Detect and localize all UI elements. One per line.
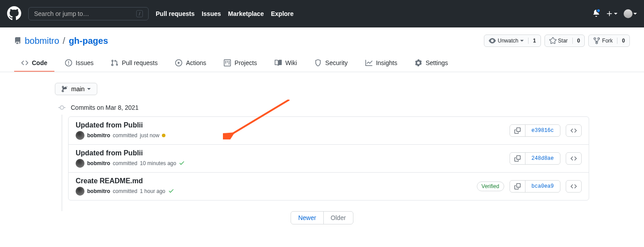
- nav-issues[interactable]: Issues: [202, 10, 221, 17]
- search-input[interactable]: [34, 10, 136, 17]
- shield-icon: [314, 59, 322, 66]
- user-avatar: [624, 9, 632, 18]
- timeline-line: [61, 115, 62, 211]
- commit-author[interactable]: bobmitro: [87, 188, 110, 194]
- tab-settings-label: Settings: [426, 59, 448, 66]
- nav-pulls[interactable]: Pull requests: [156, 10, 195, 17]
- commits-timeline: Commits on Mar 8, 2021 Updated from Publ…: [55, 104, 589, 201]
- commit-author[interactable]: bobmitro: [87, 160, 110, 166]
- tab-pulls-label: Pull requests: [122, 59, 157, 66]
- pull-request-icon: [111, 59, 118, 66]
- star-label: Star: [558, 38, 568, 44]
- slash-key-hint: /: [136, 10, 143, 17]
- pagination: Newer Older: [55, 211, 589, 224]
- gear-icon: [415, 59, 422, 66]
- tab-code-label: Code: [32, 59, 47, 66]
- create-new-dropdown[interactable]: [606, 10, 617, 17]
- star-button[interactable]: Star 0: [544, 35, 585, 47]
- fork-label: Fork: [602, 38, 613, 44]
- project-icon: [224, 59, 231, 66]
- commit-sha-link[interactable]: e39816c: [525, 125, 560, 136]
- status-success-icon[interactable]: [179, 160, 185, 167]
- branch-name: main: [71, 85, 84, 93]
- global-search[interactable]: /: [28, 7, 149, 20]
- watch-count[interactable]: 1: [528, 38, 540, 44]
- tab-actions-label: Actions: [186, 59, 206, 66]
- play-icon: [175, 59, 182, 66]
- user-menu[interactable]: [624, 9, 637, 18]
- book-icon: [275, 59, 282, 66]
- commit-title[interactable]: Updated from Publii: [76, 121, 165, 129]
- browse-tree-button[interactable]: [566, 152, 582, 165]
- watch-label: Unwatch: [498, 38, 518, 44]
- commit-time: 10 minutes ago: [140, 160, 176, 166]
- commit-sha-link[interactable]: bca0ea9: [525, 181, 560, 192]
- copy-sha-button[interactable]: [510, 153, 525, 164]
- verified-badge[interactable]: Verified: [477, 181, 504, 191]
- eye-icon: [489, 37, 496, 44]
- sha-group: 248d8ae: [510, 152, 560, 165]
- pager-older[interactable]: Older: [324, 212, 353, 224]
- sha-group: e39816c: [510, 124, 560, 137]
- browse-tree-button[interactable]: [566, 124, 582, 137]
- tab-insights[interactable]: Insights: [358, 55, 404, 72]
- watch-button[interactable]: Unwatch 1: [484, 35, 540, 47]
- repo-tabs: Code Issues Pull requests Actions Projec…: [14, 55, 630, 72]
- nav-marketplace[interactable]: Marketplace: [228, 10, 264, 17]
- author-avatar[interactable]: [76, 159, 84, 168]
- notifications-button[interactable]: [593, 10, 600, 18]
- author-avatar[interactable]: [76, 131, 84, 140]
- commit-title[interactable]: Create README.md: [76, 177, 174, 185]
- timeline-date-label: Commits on Mar 8, 2021: [71, 104, 138, 111]
- commit-sha-link[interactable]: 248d8ae: [525, 153, 560, 164]
- commit-row: Create README.mdbobmitrocommitted1 hour …: [69, 172, 589, 200]
- tab-projects[interactable]: Projects: [217, 55, 264, 72]
- tab-issues[interactable]: Issues: [58, 55, 100, 72]
- browse-tree-button[interactable]: [566, 180, 582, 193]
- commit-action: committed: [113, 188, 137, 194]
- copy-sha-button[interactable]: [510, 181, 525, 192]
- repo-icon: [14, 37, 21, 44]
- repo-owner-link[interactable]: bobmitro: [25, 36, 59, 46]
- fork-icon: [593, 37, 600, 44]
- status-success-icon[interactable]: [168, 188, 174, 195]
- sha-group: bca0ea9: [510, 180, 560, 193]
- branch-selector[interactable]: main: [55, 83, 97, 95]
- commit-row: Updated from Publiibobmitrocommittedjust…: [69, 117, 589, 144]
- fork-count[interactable]: 0: [617, 38, 629, 44]
- tab-security[interactable]: Security: [307, 55, 355, 72]
- author-avatar[interactable]: [76, 187, 84, 196]
- star-count[interactable]: 0: [572, 38, 585, 44]
- repo-header: bobmitro / gh-pages Unwatch 1 Star 0 For…: [0, 27, 644, 72]
- commit-list: Updated from Publiibobmitrocommittedjust…: [68, 116, 589, 201]
- tab-code[interactable]: Code: [14, 55, 54, 72]
- pager-newer[interactable]: Newer: [291, 212, 323, 224]
- star-icon: [549, 37, 556, 44]
- commits-page: main Commits on Mar 8, 2021 Updated from…: [55, 72, 589, 235]
- tab-wiki-label: Wiki: [285, 59, 297, 66]
- notification-indicator: [596, 8, 601, 13]
- header-right: [593, 9, 637, 18]
- copy-sha-button[interactable]: [510, 125, 525, 136]
- fork-button[interactable]: Fork 0: [588, 35, 630, 47]
- graph-icon: [365, 59, 372, 66]
- nav-explore[interactable]: Explore: [271, 10, 293, 17]
- commit-author[interactable]: bobmitro: [87, 132, 110, 139]
- tab-settings[interactable]: Settings: [408, 55, 455, 72]
- header-nav: Pull requests Issues Marketplace Explore: [156, 10, 294, 17]
- github-logo[interactable]: [7, 6, 21, 22]
- tab-insights-label: Insights: [376, 59, 397, 66]
- global-header: / Pull requests Issues Marketplace Explo…: [0, 0, 644, 27]
- status-pending-icon[interactable]: [162, 134, 165, 137]
- repo-name-link[interactable]: gh-pages: [69, 36, 108, 46]
- path-separator: /: [63, 36, 65, 46]
- git-branch-icon: [61, 85, 69, 93]
- commit-icon: [58, 104, 65, 111]
- tab-issues-label: Issues: [76, 59, 93, 66]
- tab-actions[interactable]: Actions: [168, 55, 213, 72]
- tab-pulls[interactable]: Pull requests: [104, 55, 165, 72]
- svg-point-0: [60, 106, 64, 109]
- tab-wiki[interactable]: Wiki: [268, 55, 304, 72]
- commit-title[interactable]: Updated from Publii: [76, 149, 185, 157]
- tab-security-label: Security: [325, 59, 348, 66]
